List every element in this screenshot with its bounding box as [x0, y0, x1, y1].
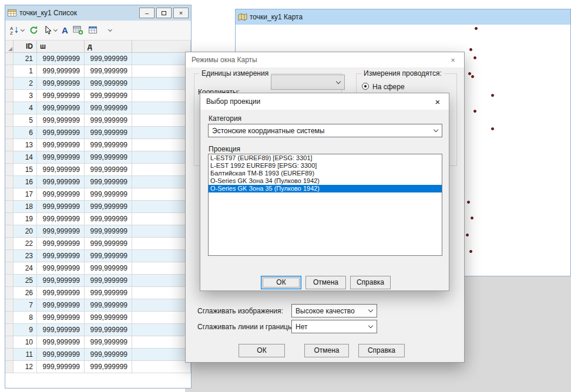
cell-empty[interactable]: [132, 139, 191, 151]
table-row[interactable]: 1999,999999999,999999: [5, 65, 191, 77]
sort-filter-button[interactable]: A Z: [7, 22, 26, 38]
cell-sh[interactable]: 999,999999: [37, 225, 85, 238]
row-selector[interactable]: [5, 213, 14, 225]
row-selector[interactable]: [5, 65, 14, 77]
row-selector[interactable]: [5, 188, 14, 201]
smooth-images-combo[interactable]: Высокое качество: [291, 304, 377, 317]
smooth-lines-combo[interactable]: Нет: [291, 320, 377, 333]
on-sphere-radio[interactable]: [362, 83, 369, 90]
table-row[interactable]: 26999,999999999,999999: [5, 287, 191, 299]
projection-list-item[interactable]: Балтийская TM-B 1993 (EUREF89): [209, 170, 442, 177]
row-selector[interactable]: [5, 262, 14, 275]
cell-sh[interactable]: 999,999999: [37, 77, 85, 90]
cell-id[interactable]: 6: [14, 127, 37, 139]
projection-listbox[interactable]: L-EST97 (EUREF89) [EPSG: 3301]L-EST 1992…: [208, 154, 442, 256]
cell-sh[interactable]: 999,999999: [37, 361, 85, 373]
refresh-button[interactable]: [26, 22, 41, 38]
cell-sh[interactable]: 999,999999: [37, 65, 85, 77]
cell-empty[interactable]: [132, 361, 191, 373]
cell-d[interactable]: 999,999999: [85, 250, 132, 262]
row-selector[interactable]: [5, 361, 14, 373]
cell-d[interactable]: 999,999999: [85, 324, 132, 336]
table-window[interactable]: точки_ку1 Список – × A Z: [5, 5, 192, 388]
row-selector[interactable]: [5, 225, 14, 238]
row-selector[interactable]: [5, 275, 14, 287]
cell-id[interactable]: 11: [14, 349, 37, 361]
cell-d[interactable]: 999,999999: [85, 213, 132, 225]
cell-id[interactable]: 21: [14, 53, 37, 65]
cell-sh[interactable]: 999,999999: [37, 299, 85, 312]
cell-empty[interactable]: [132, 312, 191, 324]
cell-empty[interactable]: [132, 275, 191, 287]
cell-sh[interactable]: 999,999999: [37, 90, 85, 102]
ok-button[interactable]: ОК: [261, 276, 301, 289]
table-row[interactable]: 10999,999999999,999999: [5, 336, 191, 349]
cell-sh[interactable]: 999,999999: [37, 201, 85, 213]
row-selector[interactable]: [5, 238, 14, 250]
cell-empty[interactable]: [132, 201, 191, 213]
cell-sh[interactable]: 999,999999: [37, 336, 85, 349]
cell-empty[interactable]: [132, 77, 191, 90]
row-selector[interactable]: [5, 250, 14, 262]
modes-dialog-titlebar[interactable]: Режимы окна Карты ×: [186, 52, 464, 67]
table-row[interactable]: 22999,999999999,999999: [5, 238, 191, 250]
row-selector[interactable]: [5, 164, 14, 176]
cell-empty[interactable]: [132, 114, 191, 127]
cell-id[interactable]: 25: [14, 275, 37, 287]
cell-id[interactable]: 22: [14, 238, 37, 250]
cell-sh[interactable]: 999,999999: [37, 102, 85, 114]
table-row[interactable]: 3999,999999999,999999: [5, 90, 191, 102]
row-selector[interactable]: [5, 114, 14, 127]
cell-id[interactable]: 24: [14, 262, 37, 275]
cell-empty[interactable]: [132, 336, 191, 349]
cell-id[interactable]: 8: [14, 312, 37, 324]
cell-empty[interactable]: [132, 213, 191, 225]
cell-d[interactable]: 999,999999: [85, 65, 132, 77]
cell-sh[interactable]: 999,999999: [37, 275, 85, 287]
table-row[interactable]: 6999,999999999,999999: [5, 127, 191, 139]
cell-d[interactable]: 999,999999: [85, 201, 132, 213]
table-row[interactable]: 20999,999999999,999999: [5, 225, 191, 238]
cell-sh[interactable]: 999,999999: [37, 127, 85, 139]
cell-sh[interactable]: 999,999999: [37, 312, 85, 324]
close-button[interactable]: ×: [173, 8, 189, 18]
column-header-id[interactable]: ID: [14, 40, 37, 53]
cell-sh[interactable]: 999,999999: [37, 53, 85, 65]
cell-d[interactable]: 999,999999: [85, 262, 132, 275]
projection-dialog[interactable]: Выбор проекции × Категория Эстонские коо…: [200, 93, 449, 291]
cell-id[interactable]: 3: [14, 90, 37, 102]
cell-id[interactable]: 13: [14, 139, 37, 151]
cell-d[interactable]: 999,999999: [85, 90, 132, 102]
cell-sh[interactable]: 999,999999: [37, 188, 85, 201]
close-icon[interactable]: ×: [442, 56, 464, 65]
table-row[interactable]: 11999,999999999,999999: [5, 349, 191, 361]
cell-id[interactable]: 12: [14, 361, 37, 373]
cell-id[interactable]: 20: [14, 225, 37, 238]
table-row[interactable]: 16999,999999999,999999: [5, 176, 191, 188]
cell-sh[interactable]: 999,999999: [37, 164, 85, 176]
row-selector[interactable]: [5, 127, 14, 139]
units-combo[interactable]: [271, 75, 345, 90]
row-selector[interactable]: [5, 102, 14, 114]
row-selector[interactable]: [5, 176, 14, 188]
cell-d[interactable]: 999,999999: [85, 53, 132, 65]
cell-d[interactable]: 999,999999: [85, 225, 132, 238]
table-row[interactable]: 5999,999999999,999999: [5, 114, 191, 127]
cancel-button[interactable]: Отмена: [304, 344, 349, 357]
table-row[interactable]: 7999,999999999,999999: [5, 299, 191, 312]
cell-empty[interactable]: [132, 250, 191, 262]
cell-empty[interactable]: [132, 176, 191, 188]
cell-empty[interactable]: [132, 65, 191, 77]
row-selector[interactable]: [5, 299, 14, 312]
cell-d[interactable]: 999,999999: [85, 238, 132, 250]
cell-d[interactable]: 999,999999: [85, 176, 132, 188]
cell-d[interactable]: 999,999999: [85, 312, 132, 324]
cell-sh[interactable]: 999,999999: [37, 262, 85, 275]
cell-d[interactable]: 999,999999: [85, 127, 132, 139]
column-header-d[interactable]: д: [85, 40, 132, 53]
table-row[interactable]: 18999,999999999,999999: [5, 201, 191, 213]
cell-d[interactable]: 999,999999: [85, 164, 132, 176]
cell-empty[interactable]: [132, 188, 191, 201]
cell-id[interactable]: 16: [14, 176, 37, 188]
row-selector[interactable]: [5, 336, 14, 349]
